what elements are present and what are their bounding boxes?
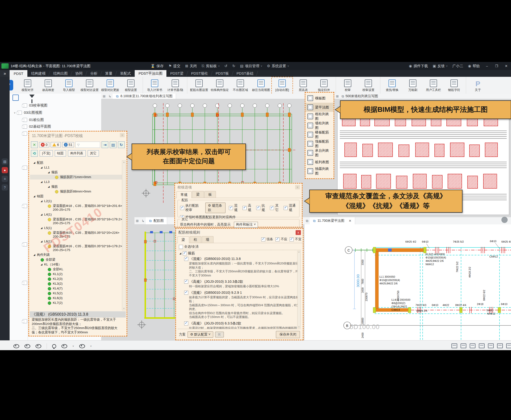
rules-tab-wall[interactable]: 墙 — [202, 236, 214, 243]
select-underlay-icon[interactable] — [461, 344, 466, 348]
error-count-badge[interactable]: ✕0 — [39, 142, 49, 147]
tree-node[interactable]: ◢LL1 — [30, 165, 122, 170]
select-byface-icon[interactable] — [479, 344, 485, 348]
drag-elements-icon[interactable] — [488, 344, 494, 348]
menu-item-template[interactable]: 模板图 — [305, 94, 334, 103]
layout-grid-icon[interactable]: ⊞ — [103, 94, 106, 98]
issue-item[interactable]: 梁首面筋Φ16，C35，直锚段0.35*32*16=179.2> 200-25=… — [30, 217, 122, 225]
model-align-button[interactable]: 模型对齐 — [17, 77, 38, 94]
rule-item[interactable]: 《混规》 (GB50010-2010) 9.2.9 1按承载力计算不需要箍筋的梁… — [184, 290, 300, 319]
feedback-button[interactable]: ▣反馈˅ — [430, 62, 450, 70]
collapse-ribbon-button[interactable]: » — [0, 70, 10, 77]
member-item[interactable]: KL1(2) — [30, 272, 122, 277]
member-item[interactable]: KL6(3) — [30, 296, 122, 300]
filter-input[interactable]: ▽ — [75, 142, 100, 148]
preset-dropdown[interactable]: ⚙ 默认配置 ˅ — [188, 331, 213, 338]
options-tab-slab[interactable]: 板 — [204, 191, 216, 198]
filter-chip-buyi[interactable]: [不宜] — [40, 150, 53, 157]
filter-chip-anchor[interactable]: 锚固 — [55, 150, 66, 157]
edit-preset-button[interactable]: 🛠 — [215, 332, 224, 338]
about-button[interactable]: P关于 — [467, 77, 488, 94]
tree-node[interactable]: ◢L5(1) — [30, 225, 122, 230]
member-item[interactable]: KL7(2) — [30, 300, 122, 305]
issue-item-selected[interactable]: 箍筋肢距71mm>0mm — [30, 175, 122, 180]
rules-tab-beam[interactable]: 梁 — [177, 236, 189, 243]
import-calcbook-button[interactable]: 导入计算书 — [144, 77, 165, 94]
tree-item[interactable] — [23, 242, 27, 247]
user-toolbar-button[interactable]: 用户工具栏 — [423, 77, 444, 94]
tab-pdst-plan-drawing[interactable]: PDST平法出图 — [135, 70, 166, 77]
tree-node[interactable]: ◢L6(1) — [30, 239, 122, 244]
pan-view-icon[interactable]: ↳ — [108, 94, 111, 98]
tree-item[interactable] — [23, 281, 27, 285]
code-clauses-button[interactable]: ⚙ 规范条款 — [205, 202, 225, 213]
rebar-plot-settings-button[interactable]: 配筋出图设置 — [189, 77, 209, 94]
no-plot-region-button[interactable]: 不出图区域 — [230, 77, 251, 94]
notification-icon[interactable]: ● — [2, 167, 8, 173]
tree-node[interactable]: ◢配筋 — [30, 160, 122, 165]
filter-selection-icon[interactable] — [497, 344, 503, 348]
save-button[interactable]: ⌛保存 — [148, 62, 166, 70]
submit-button[interactable]: ⚑提交 — [166, 62, 183, 70]
detail-card-icon[interactable]: ▤ — [110, 141, 116, 148]
dialog-close-icon[interactable]: x — [296, 230, 301, 235]
import-model-button[interactable]: 导入模型 — [59, 77, 79, 94]
panel-view-icon[interactable] — [13, 95, 19, 101]
minimize-button[interactable]: – — [482, 64, 492, 68]
user-account-button[interactable]: 广小二 — [450, 62, 466, 70]
save-close-button[interactable]: 保存并关闭 — [276, 331, 300, 338]
undo-button[interactable]: ↺ — [222, 62, 230, 70]
tree-node[interactable]: ◢锚固 — [30, 194, 122, 199]
select-link-icon[interactable] — [451, 344, 457, 348]
options-tab-beam[interactable]: 梁 — [192, 191, 204, 198]
select-pinned-icon[interactable] — [470, 344, 475, 348]
flag-mandatory[interactable]: 强条 — [261, 237, 273, 241]
visibility-frame-icon[interactable] — [24, 344, 30, 348]
tree-node[interactable]: ◢箍筋 — [30, 170, 122, 175]
rule-item[interactable]: 《高规》 (JGJ3-2010) 3.10.3条2款特一级框架梁应符合规则，梁端… — [184, 279, 300, 288]
locate-icon[interactable]: ⇥ — [102, 141, 108, 148]
fit-view-icon[interactable]: ✕ — [31, 141, 38, 148]
menu-item-beam-plan[interactable]: 梁平法图 — [305, 103, 334, 112]
docs-icon[interactable]: ≡ — [2, 176, 8, 182]
visibility-settings-icon[interactable] — [79, 344, 85, 348]
refresh-selection-icon[interactable]: ⟲ — [31, 150, 38, 157]
warning-count-badge[interactable]: 6 — [51, 142, 61, 147]
view-tab-beam-plan[interactable]: ⧉ 11.700米梁平法图 ✕ — [310, 217, 355, 225]
tree-item-pile-plan[interactable]: 01桩位图 — [23, 118, 44, 122]
checkbox-huntonggui[interactable]: 混通规 — [284, 203, 297, 212]
tab-pdst-beam[interactable]: PDST梁 — [166, 70, 187, 77]
tab-analysis[interactable]: 分析 — [86, 70, 101, 77]
find-replace-button[interactable]: 查找/替换 — [382, 77, 403, 94]
auto-plot-button[interactable]: [自动出图] — [271, 77, 293, 94]
redo-button[interactable]: ↻ — [230, 62, 238, 70]
tree-node[interactable]: ◢L4(1) — [30, 212, 122, 217]
magic-brush-button[interactable]: 万能刷 — [403, 77, 423, 94]
temporary-hide-icon[interactable] — [52, 344, 56, 348]
tab-structure-drawing[interactable]: 结构出图 — [49, 70, 72, 77]
tab-pdst-home[interactable]: PDST — [10, 70, 27, 77]
view-tab-wallcol-list[interactable]: ⧉ 8.100米至11.700米墙柱列表注写图 — [113, 94, 176, 99]
flag-shouldnot[interactable]: 不宜 — [290, 237, 301, 241]
tree-node[interactable]: ◢构件列表 — [30, 253, 122, 257]
tree-item[interactable] — [23, 165, 27, 170]
model-compare-settings-button[interactable]: 模型对比设置 — [79, 77, 100, 94]
tree-item[interactable] — [23, 319, 27, 323]
filter-icon[interactable] — [29, 95, 35, 98]
member-item[interactable]: KL5(2) — [30, 291, 122, 296]
panel-scrollbar[interactable]: ∧∨ — [122, 160, 126, 310]
rules-scrollbar[interactable]: ∧∨ — [297, 251, 301, 328]
pan-view-icon[interactable]: ↳ — [142, 219, 145, 223]
tab-collaboration[interactable]: 协同 — [72, 70, 86, 77]
tree-item-foundation-plan[interactable]: 02基础平面图 — [23, 124, 51, 129]
menu-item-footing-list[interactable]: 独基列表图 — [305, 166, 334, 176]
dialog-close-icon[interactable]: x — [295, 185, 300, 189]
level-map-button[interactable]: 标高映射 — [38, 77, 59, 94]
rule-item[interactable]: 《高规》 (JGJ3-2010) 6.3.5条2款抗震设计时，框架梁的箍筋尚应符… — [184, 321, 300, 329]
tab-prefab[interactable]: 装配式 — [116, 70, 135, 77]
tree-node[interactable]: ◢L2(1) — [30, 199, 122, 203]
check-button[interactable]: 校审 — [337, 77, 358, 94]
tab-pdst-slab[interactable]: PDST板 — [212, 70, 233, 77]
member-item[interactable]: KL4(7) — [30, 286, 122, 291]
plugin-download-button[interactable]: ◉插件下载 — [406, 62, 430, 70]
